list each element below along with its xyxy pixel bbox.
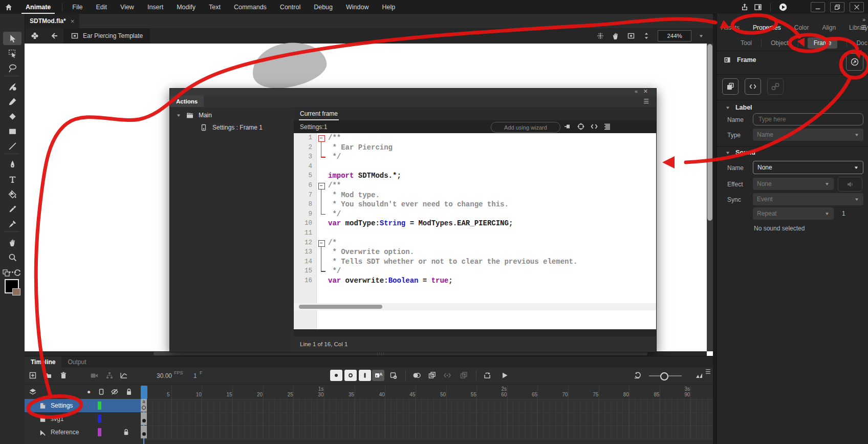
layer-row-svg1[interactable]: svg1 <box>25 412 141 426</box>
code-line[interactable]: /** <box>328 181 577 191</box>
close-window-button[interactable] <box>850 2 864 12</box>
tree-item-main[interactable]: ▼ Main <box>170 109 294 121</box>
code-line[interactable]: */ <box>328 152 577 162</box>
zoom-dropdown-icon[interactable]: ▼ <box>699 34 704 38</box>
current-frame-value[interactable]: 1 <box>193 372 197 379</box>
code-line[interactable]: * Mod type. <box>328 191 577 200</box>
menu-help[interactable]: Help <box>375 0 402 14</box>
timeline-ruler[interactable]: 510152025303540455055606570758085901s2s3… <box>141 386 713 399</box>
close-tab-icon[interactable]: × <box>71 17 75 25</box>
label-name-input[interactable]: Type here <box>753 113 863 125</box>
code-line[interactable]: /** <box>328 133 577 143</box>
center-stage-icon[interactable] <box>596 32 604 40</box>
menu-view[interactable]: View <box>114 0 141 14</box>
back-icon[interactable] <box>45 32 63 40</box>
minimize-button[interactable] <box>811 2 825 12</box>
onion-skin-button[interactable] <box>410 370 423 381</box>
code-horizontal-scrollbar[interactable] <box>294 303 656 310</box>
new-folder-icon[interactable] <box>44 371 52 379</box>
fluid-brush-tool[interactable] <box>3 80 21 93</box>
outline-column-icon[interactable] <box>97 388 105 396</box>
panel-tab-align[interactable]: Align <box>822 24 836 31</box>
menu-window[interactable]: Window <box>339 0 375 14</box>
code-editor[interactable]: 12345678910111213141516 /** * Ear Pierci… <box>294 133 656 329</box>
sound-sync-dropdown[interactable]: Event▼ <box>753 193 863 205</box>
code-line[interactable] <box>328 228 577 238</box>
play-button[interactable] <box>498 370 511 381</box>
workspace-icon[interactable] <box>754 3 762 11</box>
code-text[interactable]: /** * Ear Piercing */import SDTMods.*;/*… <box>328 133 577 286</box>
sound-name-dropdown[interactable]: None▼ <box>753 161 863 174</box>
auto-keyframe-button[interactable]: A <box>372 370 384 381</box>
document-tab[interactable]: SDTMod.fla* × <box>25 14 79 28</box>
zoom-stepper[interactable] <box>642 32 650 40</box>
sound-effect-dropdown[interactable]: None▼ <box>753 178 834 190</box>
code-fold-marker[interactable] <box>318 135 325 142</box>
edit-multiple-frames-button[interactable] <box>441 370 453 381</box>
code-line[interactable]: * Ear Piercing <box>328 143 577 153</box>
subtab-object[interactable]: Object <box>771 39 789 47</box>
menu-control[interactable]: Control <box>273 0 307 14</box>
panel-menu-icon[interactable]: ☰ <box>705 368 711 375</box>
add-using-wizard-button[interactable]: Add using wizard <box>491 122 560 133</box>
actions-tab[interactable]: Actions <box>170 96 204 107</box>
eraser-tool[interactable] <box>3 110 21 123</box>
subtab-doc[interactable]: Doc <box>856 39 867 47</box>
paste-frames-button[interactable] <box>426 370 438 381</box>
eyedropper-tool[interactable] <box>3 202 21 216</box>
code-button[interactable] <box>745 78 761 95</box>
new-layer-icon[interactable] <box>29 371 37 379</box>
keyframe-cell[interactable]: a <box>141 399 147 412</box>
code-fold-marker[interactable] <box>318 240 325 247</box>
restore-button[interactable] <box>830 2 844 12</box>
stroke-color-swatch[interactable] <box>12 288 20 295</box>
menu-file[interactable]: File <box>66 0 89 14</box>
hand-tool[interactable] <box>3 236 21 249</box>
menu-modify[interactable]: Modify <box>170 0 202 14</box>
label-type-dropdown[interactable]: Name▼ <box>753 129 863 141</box>
format-code-icon[interactable] <box>603 122 611 131</box>
layer-outline-color[interactable] <box>98 401 101 410</box>
layer-outline-color[interactable] <box>98 428 101 436</box>
selection-tool[interactable] <box>3 32 21 45</box>
reset-timeline-zoom-button[interactable] <box>632 370 644 381</box>
stage-horizontal-scrollbar-thumb[interactable] <box>154 352 647 355</box>
menu-edit[interactable]: Edit <box>89 0 114 14</box>
code-line[interactable]: * You shouldn't ever need to change this… <box>328 200 577 209</box>
subtab-tool[interactable]: Tool <box>741 39 752 47</box>
tab-current-frame[interactable]: Current frame <box>300 110 338 117</box>
text-tool[interactable] <box>3 173 21 186</box>
code-line[interactable] <box>328 162 577 172</box>
graph-editor-icon[interactable] <box>120 371 128 379</box>
clip-content-icon[interactable] <box>627 32 635 40</box>
test-movie-icon[interactable] <box>779 3 787 11</box>
code-fold-column[interactable] <box>317 133 328 329</box>
layer-row-settings[interactable]: Settings <box>25 399 141 412</box>
swap-frames-button[interactable] <box>458 370 470 381</box>
zoom-level-input[interactable]: 244% <box>658 30 691 41</box>
code-line[interactable]: import SDTMods.*; <box>328 171 577 181</box>
delete-layer-icon[interactable] <box>59 371 68 379</box>
breadcrumb[interactable]: Ear Piercing Template <box>63 28 150 44</box>
remove-frames-button[interactable] <box>387 370 400 381</box>
code-scrollbar-thumb[interactable] <box>299 305 382 309</box>
actions-panel-titlebar[interactable]: « ✕ <box>170 89 656 96</box>
label-section-header[interactable]: ▼ Label <box>725 104 752 111</box>
panel-tab-properties[interactable]: Properties <box>753 24 781 31</box>
fps-value[interactable]: 30.00 <box>157 372 172 379</box>
panel-tab-color[interactable]: Color <box>794 24 809 31</box>
sound-section-header[interactable]: ▼ Sound <box>725 149 755 156</box>
lasso-tool[interactable] <box>3 61 21 75</box>
playhead-handle[interactable] <box>141 386 147 399</box>
zoom-tool[interactable] <box>3 250 21 264</box>
subselection-tool[interactable] <box>3 47 21 60</box>
panel-menu-icon[interactable]: ☰ <box>643 98 649 105</box>
frame-button[interactable] <box>359 370 371 381</box>
layer-parenting-icon[interactable] <box>105 371 114 379</box>
convert-to-symbol-button[interactable] <box>722 78 739 95</box>
loop-button[interactable] <box>481 370 493 381</box>
asset-warp-tool[interactable] <box>3 217 21 230</box>
hide-all-icon[interactable] <box>111 388 119 396</box>
classic-brush-tool[interactable] <box>3 95 21 108</box>
menu-text[interactable]: Text <box>202 0 227 14</box>
